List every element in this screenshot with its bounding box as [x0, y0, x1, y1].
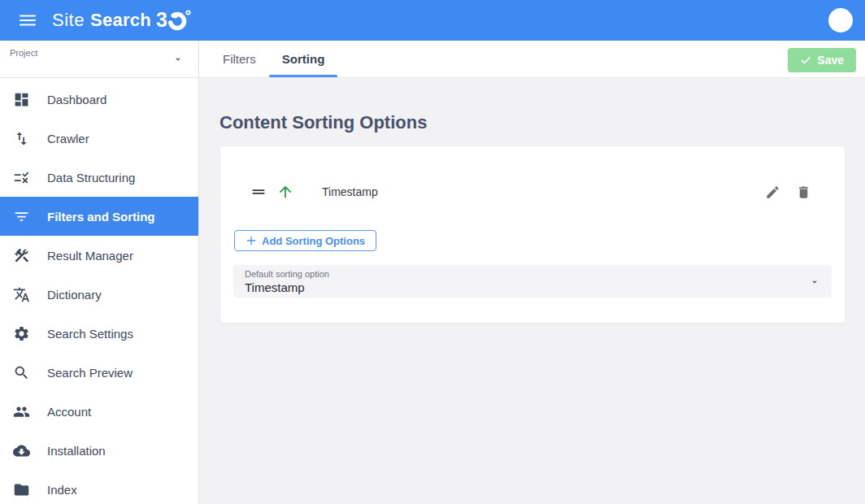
delete-button[interactable] [793, 182, 814, 202]
sidebar-item-filters-and-sorting[interactable]: Filters and Sorting [0, 197, 198, 236]
sidebar-item-index[interactable]: Index [0, 470, 198, 504]
logo-360-mark: 3 [156, 9, 192, 32]
save-button-label: Save [817, 54, 844, 67]
default-sorting-label: Default sorting option [245, 269, 820, 279]
sidebar-item-search-settings[interactable]: Search Settings [0, 314, 198, 353]
tab-filters[interactable]: Filters [210, 41, 269, 77]
folder-icon [12, 480, 30, 498]
sorting-row: Timestamp [233, 177, 832, 206]
sidebar: Project Dashboard Crawler Data Str [0, 41, 199, 504]
sidebar-item-result-manager[interactable]: Result Manager [0, 236, 198, 275]
drag-handle-icon[interactable] [250, 183, 267, 201]
default-sorting-select[interactable]: Default sorting option Timestamp [233, 265, 832, 298]
sidebar-item-label: Installation [47, 444, 106, 458]
main-area: Filters Sorting Save Content Sorting Opt… [199, 41, 865, 504]
sidebar-item-dictionary[interactable]: Dictionary [0, 275, 198, 314]
trash-icon [796, 185, 811, 200]
edit-button[interactable] [763, 182, 783, 202]
save-button[interactable]: Save [788, 48, 856, 72]
sidebar-item-data-structuring[interactable]: Data Structuring [0, 158, 198, 197]
sidebar-item-search-preview[interactable]: Search Preview [0, 353, 198, 392]
sidebar-nav: Dashboard Crawler Data Structuring Filte… [0, 78, 198, 504]
avatar[interactable] [828, 8, 853, 33]
gear-icon [12, 324, 30, 342]
sidebar-item-label: Dictionary [47, 288, 102, 302]
search-icon [12, 363, 30, 381]
tools-icon [12, 246, 30, 264]
sidebar-item-installation[interactable]: Installation [0, 431, 198, 470]
sort-ascending-arrow-icon[interactable] [276, 183, 294, 201]
cloud-download-icon [12, 441, 30, 459]
translate-icon [12, 285, 30, 303]
sidebar-item-account[interactable]: Account [0, 392, 198, 431]
menu-icon[interactable] [15, 7, 41, 33]
logo-search-text: Search [90, 10, 151, 31]
swap-vert-icon [12, 129, 30, 147]
filter-icon [12, 207, 30, 225]
content-area: Content Sorting Options Timestamp [199, 78, 865, 324]
pencil-icon [765, 185, 780, 200]
project-selector[interactable]: Project [0, 41, 198, 78]
add-button-label: Add Sorting Options [262, 235, 365, 247]
select-caret-icon [809, 276, 820, 288]
dashboard-icon [12, 90, 30, 108]
default-sorting-value: Timestamp [245, 280, 820, 294]
people-icon [12, 402, 30, 420]
sidebar-item-label: Filters and Sorting [47, 210, 155, 224]
sorting-options-card: Timestamp Add Sorting Options Default so… [220, 146, 845, 324]
app-logo: Site Search 3 [52, 9, 192, 32]
dropdown-caret-icon [172, 54, 184, 65]
sidebar-item-label: Data Structuring [47, 171, 135, 185]
topbar: Site Search 3 [0, 0, 865, 41]
sidebar-item-label: Account [47, 405, 91, 419]
rule-icon [12, 168, 30, 186]
logo-site-text: Site [52, 10, 85, 31]
sidebar-item-crawler[interactable]: Crawler [0, 119, 198, 158]
project-label: Project [10, 48, 37, 58]
sidebar-item-label: Search Preview [47, 366, 133, 380]
plus-icon [246, 235, 257, 246]
sidebar-item-label: Dashboard [47, 93, 106, 106]
sidebar-item-label: Search Settings [47, 327, 133, 341]
sidebar-item-label: Crawler [47, 132, 89, 146]
sidebar-item-dashboard[interactable]: Dashboard [0, 80, 198, 119]
tab-bar: Filters Sorting Save [199, 41, 865, 78]
sidebar-item-label: Result Manager [47, 249, 133, 263]
logo-360-circle-icon [167, 9, 192, 32]
tab-sorting[interactable]: Sorting [269, 41, 338, 77]
check-icon [800, 54, 811, 66]
sidebar-item-label: Index [47, 483, 77, 497]
sorting-row-name: Timestamp [322, 185, 378, 198]
add-sorting-options-button[interactable]: Add Sorting Options [234, 230, 376, 251]
page-title: Content Sorting Options [220, 112, 845, 133]
